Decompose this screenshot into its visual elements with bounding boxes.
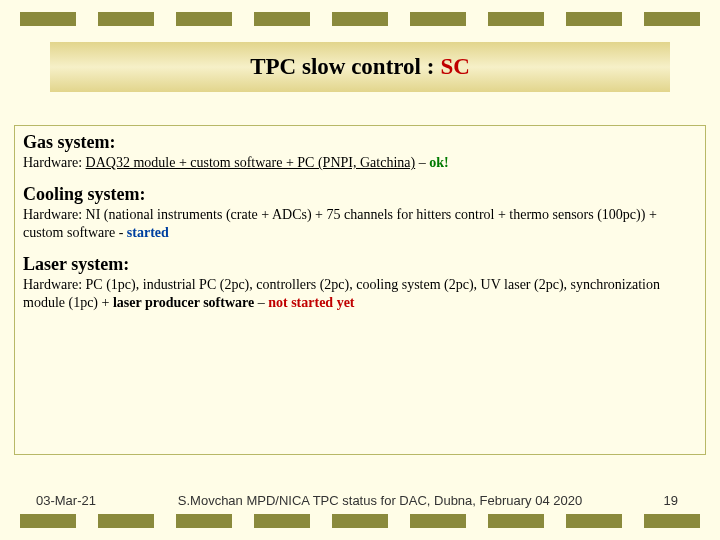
title-suffix: SC (440, 54, 469, 80)
decor-top-rail (0, 12, 720, 26)
footer-pagenum: 19 (640, 493, 720, 508)
laser-producer: laser producer software (113, 295, 254, 310)
section-cooling-title: Cooling system: (23, 184, 697, 205)
section-cooling-body: Hardware: NI (national instruments (crat… (23, 206, 697, 242)
cooling-hw-label: Hardware: (23, 207, 82, 222)
cooling-status: started (127, 225, 169, 240)
section-gas-title: Gas system: (23, 132, 697, 153)
footer-caption: S.Movchan MPD/NICA TPC status for DAC, D… (120, 493, 640, 508)
slide-footer: 03-Mar-21 S.Movchan MPD/NICA TPC status … (0, 493, 720, 508)
laser-hw-label: Hardware: (23, 277, 82, 292)
footer-date: 03-Mar-21 (0, 493, 120, 508)
decor-bottom-rail (0, 514, 720, 528)
gas-hw-text: DAQ32 module + custom software + PC (PNP… (86, 155, 416, 170)
laser-dash: – (258, 295, 269, 310)
section-laser-body: Hardware: PC (1pc), industrial PC (2pc),… (23, 276, 697, 312)
content-box: Gas system: Hardware: DAQ32 module + cus… (14, 125, 706, 455)
slide-title: TPC slow control : SC (50, 42, 670, 92)
gas-status: ok! (429, 155, 448, 170)
gas-dash: – (419, 155, 430, 170)
section-laser-title: Laser system: (23, 254, 697, 275)
title-prefix: TPC slow control : (250, 54, 434, 80)
gas-hw-label: Hardware: (23, 155, 82, 170)
cooling-dash: - (119, 225, 127, 240)
laser-status: not started yet (268, 295, 354, 310)
section-gas-body: Hardware: DAQ32 module + custom software… (23, 154, 697, 172)
